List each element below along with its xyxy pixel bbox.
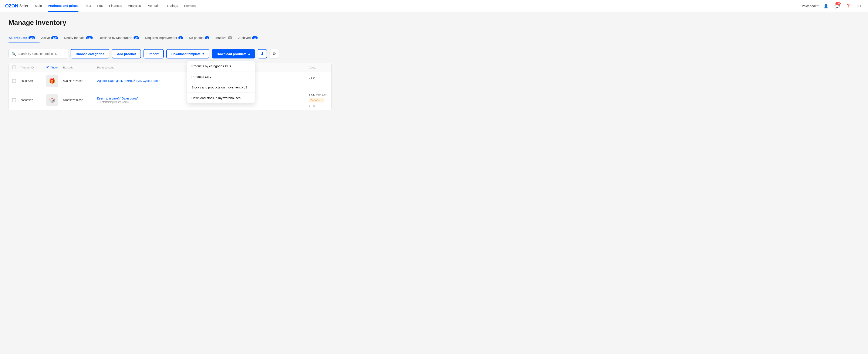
tab-archived-label: Archived	[238, 36, 251, 39]
row-checkbox-1[interactable]	[12, 79, 21, 83]
barcode-2: 9785907399655	[63, 99, 97, 102]
nav-fbo[interactable]: FBO	[84, 0, 91, 12]
search-input[interactable]	[18, 52, 64, 56]
col-photo-label: Photo	[51, 66, 58, 69]
dropdown-item-categories-xls[interactable]: Products by categories XLS	[187, 61, 255, 71]
tab-all-products[interactable]: All products 226	[8, 33, 39, 43]
product-name-link-2[interactable]: Квест для детей "Один дома"	[97, 97, 138, 100]
dropdown-item-stock-warehouses[interactable]: Download stock in my warehouses	[187, 93, 255, 103]
tab-requires-improvement-badge: 1	[178, 36, 183, 39]
tab-requires-improvement-label: Requires improvement	[145, 36, 177, 39]
dropdown-item-stocks-xls[interactable]: Stocks and products on movement XLS	[187, 82, 255, 93]
search-icon: 🔍	[12, 52, 16, 56]
download-products-dropdown: Products by categories XLS Products CSV …	[187, 61, 255, 103]
col-barcode-label: Barcode	[63, 66, 73, 69]
photo-thumb-2: 🎲	[46, 94, 63, 106]
tab-no-photos[interactable]: No photos 1	[189, 33, 214, 43]
seller-label: Seller	[20, 4, 28, 8]
price-2: 67.5	[309, 93, 315, 96]
gear-icon: ⚙	[857, 3, 861, 8]
store-selector[interactable]: Voicebook ▾	[802, 4, 819, 8]
tab-archived-badge: 50	[252, 36, 257, 39]
import-label: Import	[149, 52, 159, 56]
top-navigation: OZON Seller Main Products and prices FBO…	[0, 0, 868, 12]
col-product-id: Product ID ↓	[21, 66, 46, 69]
tab-inactive-label: Inactive	[215, 36, 226, 39]
price-from-2: from 100	[316, 93, 326, 96]
product-id-1: 00000513	[21, 80, 46, 83]
dropdown-item-csv[interactable]: Products CSV	[187, 71, 255, 82]
page-title: Manage Inventory	[8, 19, 332, 27]
nav-products-prices[interactable]: Products and prices	[48, 0, 79, 12]
status-badge-2: Out of st...	[309, 98, 324, 102]
filter-button[interactable]: ⚙	[270, 49, 279, 58]
row-checkbox-2[interactable]	[12, 98, 21, 102]
sort-product-id-icon[interactable]: ↓	[34, 66, 36, 69]
notifications-badge: 168	[835, 2, 841, 5]
chevron-down-icon: ▾	[817, 4, 819, 7]
products-table: Product ID ↓ 👁 Photo Barcode Product nam…	[8, 63, 332, 110]
help-button[interactable]: ❓	[844, 2, 852, 10]
tab-ready-for-sale[interactable]: Ready for sale 113	[64, 33, 97, 43]
row-actions-1: 71.25 ⋮	[309, 76, 328, 86]
tab-declined-badge: 20	[133, 36, 139, 39]
nav-ratings[interactable]: Ratings	[167, 0, 178, 12]
tab-declined-label: Declined by Moderation	[99, 36, 132, 39]
nav-fbs[interactable]: FBS	[97, 0, 103, 12]
more-options-1[interactable]: ⋮	[309, 80, 315, 86]
settings-button[interactable]: ⚙	[855, 2, 863, 10]
help-icon: ❓	[845, 3, 851, 8]
download-products-label: Download products	[217, 52, 247, 56]
col-barcode: Barcode	[63, 66, 97, 69]
download-icon: ⬇	[260, 51, 264, 56]
import-button[interactable]: Import	[144, 49, 164, 58]
add-product-button[interactable]: Add product	[112, 49, 141, 58]
choose-categories-label: Choose categories	[76, 52, 104, 56]
nav-analytics[interactable]: Analytics	[128, 0, 141, 12]
tab-inactive-badge: 0	[228, 36, 232, 39]
download-template-button[interactable]: Download template ▾	[166, 49, 209, 58]
price-1: 71.25	[309, 76, 328, 80]
user-account-button[interactable]: 👤	[822, 2, 830, 10]
toolbar: 🔍 Choose categories Add product Import D…	[8, 49, 332, 58]
download-icon-button[interactable]: ⬇	[258, 49, 267, 58]
choose-categories-button[interactable]: Choose categories	[70, 49, 109, 58]
tab-no-photos-badge: 1	[205, 36, 209, 39]
logo[interactable]: OZON Seller	[5, 3, 28, 9]
more-options-2[interactable]: ⋮	[324, 97, 328, 103]
tab-inactive[interactable]: Inactive 0	[215, 33, 237, 43]
chevron-up-icon: ▴	[248, 52, 250, 56]
tab-active-badge: 109	[51, 36, 58, 39]
col-conte: Conte	[309, 66, 328, 69]
nav-main[interactable]: Main	[35, 0, 42, 12]
download-products-button[interactable]: Download products ▴	[212, 49, 255, 58]
tab-active[interactable]: Active 109	[41, 33, 62, 43]
tab-declined[interactable]: Declined by Moderation 20	[99, 33, 143, 43]
col-checkbox	[12, 65, 21, 69]
nav-finances[interactable]: Finances	[109, 0, 122, 12]
nav-promotion[interactable]: Promotion	[147, 0, 161, 12]
barcode-1: 9785907520806	[63, 80, 97, 83]
sort-product-name-icon[interactable]: ↓	[115, 66, 117, 69]
ozon-logo: OZON	[5, 3, 18, 9]
photo-thumb-1: 🎁	[46, 75, 63, 87]
filter-icon: ⚙	[273, 52, 276, 56]
tab-archived[interactable]: Archived 50	[238, 33, 262, 43]
table-row: 00000502 🎲 9785907399655 Квест для детей…	[9, 90, 332, 110]
nav-reviews[interactable]: Reviews	[184, 0, 196, 12]
download-template-label: Download template	[172, 52, 201, 56]
col-product-id-label: Product ID	[21, 66, 34, 69]
tab-requires-improvement[interactable]: Requires improvement 1	[145, 33, 187, 43]
select-all-checkbox[interactable]	[12, 65, 16, 69]
col-photo: 👁 Photo	[46, 65, 63, 69]
thumb-icon-1: 🎁	[49, 78, 55, 84]
product-name-link-1[interactable]: Адвент-календарь "Зимний путь СуперГероя…	[97, 79, 160, 83]
tab-all-products-label: All products	[8, 36, 27, 39]
chevron-down-icon: ▾	[203, 52, 204, 56]
notifications-button[interactable]: 💬 168	[833, 2, 841, 10]
product-photo-2: 🎲	[46, 94, 58, 106]
tab-ready-for-sale-badge: 113	[86, 36, 93, 39]
update-time-2: 17:35	[309, 104, 328, 107]
tab-no-photos-label: No photos	[189, 36, 204, 39]
col-conte-label: Conte	[309, 66, 316, 69]
